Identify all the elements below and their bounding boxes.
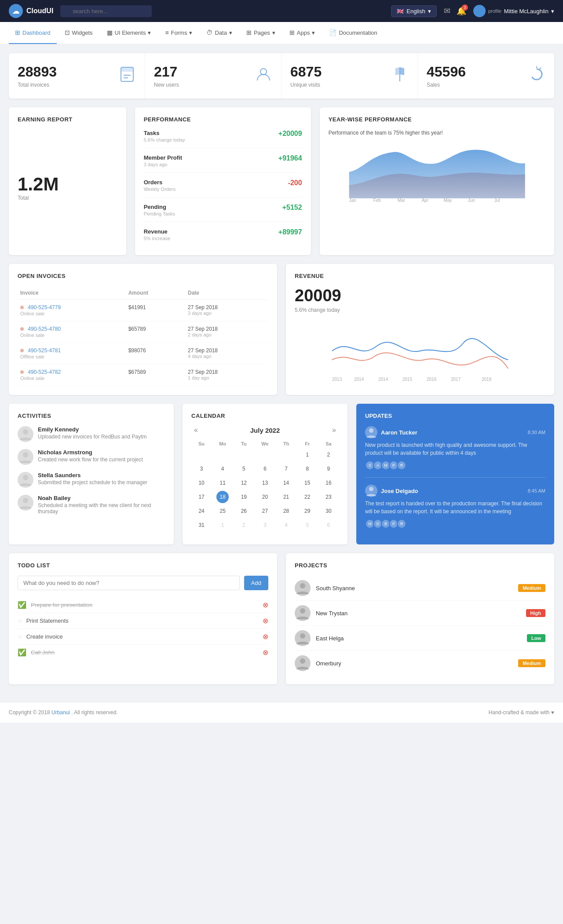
project-name: Omerbury	[316, 660, 513, 667]
cal-dow-we: We	[255, 439, 275, 448]
cal-day	[238, 449, 250, 461]
invoice-id[interactable]: 490-525-4779	[28, 304, 61, 310]
svg-text:2018: 2018	[482, 377, 492, 382]
cal-day[interactable]: 3	[259, 519, 271, 531]
cal-day[interactable]: 9	[322, 463, 335, 475]
nav-pages[interactable]: ⊞ Pages ▾	[240, 22, 282, 44]
cal-day[interactable]: 3	[195, 463, 208, 475]
todo-delete-icon[interactable]: ⊗	[263, 632, 268, 641]
nav-ui-elements[interactable]: ▦ UI Elements ▾	[101, 22, 157, 44]
user-menu[interactable]: profile Mittie McLaughlin ▾	[473, 5, 554, 17]
cal-day[interactable]: 11	[216, 477, 229, 489]
perf-value: +20009	[278, 130, 302, 138]
nav-documentation[interactable]: 📄 Documentation	[323, 22, 383, 44]
notifications-icon-wrap[interactable]: 🔔 3	[457, 6, 466, 16]
todo-add-button[interactable]: Add	[244, 576, 268, 590]
nav-forms-label: Forms	[171, 29, 187, 36]
svg-point-20	[23, 452, 28, 457]
cal-day[interactable]: 20	[259, 491, 271, 503]
yearwise-svg: Jan Feb Mar Apr May Jun Jul	[329, 141, 545, 203]
cal-day[interactable]: 1	[301, 449, 314, 461]
todo-delete-icon[interactable]: ⊗	[263, 617, 268, 625]
cal-day[interactable]: 13	[259, 477, 271, 489]
footer: Copyright © 2018 Urbanui . All rights re…	[0, 702, 563, 723]
nav-apps[interactable]: ⊞ Apps ▾	[283, 22, 322, 44]
cal-day[interactable]: 24	[195, 505, 208, 517]
todo-check-icon[interactable]: ○	[18, 633, 22, 641]
messages-icon-wrap[interactable]: ✉	[444, 6, 450, 16]
flag-icon: 🇬🇧	[397, 8, 404, 15]
cal-day[interactable]: 4	[216, 463, 229, 475]
stat-visits-value: 6875	[290, 64, 322, 80]
cal-day[interactable]: 15	[301, 477, 314, 489]
svg-text:2013: 2013	[332, 377, 342, 382]
cal-day[interactable]: 31	[195, 519, 208, 531]
cal-day[interactable]: 21	[280, 491, 292, 503]
cal-day[interactable]: 6	[259, 463, 271, 475]
nav-widgets[interactable]: ⊡ Widgets	[58, 22, 99, 44]
cal-day[interactable]: 2	[322, 449, 335, 461]
calendar-next[interactable]: »	[329, 426, 339, 434]
invoice-id[interactable]: 490-525-4781	[28, 347, 61, 354]
todo-item-text: Prepare for presentation	[31, 602, 258, 608]
activity-desc: Submitted the project schedule to the ma…	[38, 479, 147, 486]
top-navigation: ☁ CloudUI 🔍 🇬🇧 English ▾ ✉ 🔔 3 profile M…	[0, 0, 563, 22]
cal-day[interactable]: 22	[301, 491, 314, 503]
todo-delete-icon[interactable]: ⊗	[263, 601, 268, 609]
cal-day[interactable]: 18	[216, 491, 229, 503]
cal-day[interactable]: 8	[301, 463, 314, 475]
todo-input[interactable]	[18, 576, 240, 590]
todo-check-icon[interactable]: ✅	[18, 648, 26, 657]
activities-row: ACTIVITIES Emily Kennedy Uploaded new in…	[9, 404, 554, 544]
cal-day[interactable]: 28	[280, 505, 292, 517]
language-selector[interactable]: 🇬🇧 English ▾	[391, 5, 437, 17]
todo-check-icon[interactable]: ○	[18, 617, 22, 625]
cal-dow-su: Su	[191, 439, 212, 448]
cal-day[interactable]: 27	[259, 505, 271, 517]
nav-forms[interactable]: ≡ Forms ▾	[159, 22, 198, 44]
cal-day[interactable]: 30	[322, 505, 335, 517]
earning-title: EARNING REPORT	[18, 116, 117, 123]
cal-day[interactable]: 25	[216, 505, 229, 517]
cal-day[interactable]: 17	[195, 491, 208, 503]
cal-day[interactable]: 12	[238, 477, 250, 489]
cal-day[interactable]: 14	[280, 477, 292, 489]
update-text: New product is launched with high qualit…	[365, 441, 545, 457]
invoice-id[interactable]: 490-525-4780	[28, 326, 61, 332]
projects-title: PROJECTS	[295, 562, 545, 569]
search-input[interactable]	[60, 5, 152, 17]
todo-delete-icon[interactable]: ⊗	[263, 648, 268, 657]
logo[interactable]: ☁ CloudUI	[9, 4, 53, 18]
cal-day[interactable]: 5	[238, 463, 250, 475]
cal-day[interactable]: 29	[301, 505, 314, 517]
svg-text:Jun: Jun	[468, 198, 475, 203]
cal-day[interactable]: 26	[238, 505, 250, 517]
cal-day[interactable]: 23	[322, 491, 335, 503]
yearwise-subtitle: Performance of the team is 75% higher th…	[329, 130, 545, 136]
cal-day[interactable]: 4	[280, 519, 292, 531]
cal-day[interactable]: 1	[216, 519, 229, 531]
cal-day[interactable]: 2	[238, 519, 250, 531]
project-name: South Shyanne	[316, 585, 513, 592]
cal-day[interactable]: 5	[301, 519, 314, 531]
col-date: Date	[185, 286, 268, 300]
nav-data[interactable]: ⏱ Data ▾	[200, 22, 238, 44]
cal-day[interactable]: 16	[322, 477, 335, 489]
svg-text:May: May	[443, 198, 452, 203]
nav-dashboard[interactable]: ⊞ Dashboard	[9, 22, 57, 44]
cal-day[interactable]: 19	[238, 491, 250, 503]
revenue-subtitle: 5.6% change today	[295, 307, 545, 313]
invoice-id[interactable]: 490-525-4782	[28, 369, 61, 375]
cal-day[interactable]: 6	[322, 519, 335, 531]
data-icon: ⏱	[206, 29, 212, 36]
list-item: South Shyanne Medium	[295, 576, 545, 601]
logo-icon: ☁	[9, 4, 23, 18]
invoice-type: Online sale	[20, 376, 44, 381]
todo-check-icon[interactable]: ✅	[18, 601, 26, 609]
cal-day[interactable]: 7	[280, 463, 292, 475]
ui-elements-chevron-icon: ▾	[148, 29, 151, 36]
cal-day[interactable]: 10	[195, 477, 208, 489]
invoice-table-head: Invoice Amount Date	[18, 286, 268, 300]
calendar-prev[interactable]: «	[191, 426, 201, 434]
brand-link[interactable]: Urbanui	[51, 709, 70, 716]
